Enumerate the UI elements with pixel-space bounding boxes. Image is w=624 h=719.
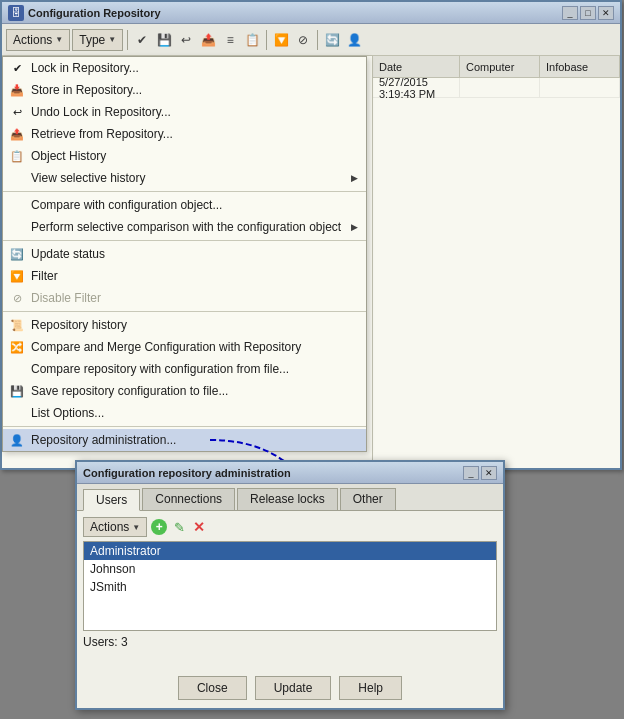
main-window: 🗄 Configuration Repository _ □ ✕ Actions…	[0, 0, 622, 470]
menu-item-store-label: Store in Repository...	[31, 83, 142, 97]
main-title-icon: 🗄	[8, 5, 24, 21]
main-win-controls: _ □ ✕	[562, 6, 614, 20]
user-list[interactable]: Administrator Johnson JSmith	[83, 541, 497, 631]
tab-connections[interactable]: Connections	[142, 488, 235, 510]
actions-dropdown-menu: ✔ Lock in Repository... 📥 Store in Repos…	[2, 56, 367, 452]
dialog-actions-label: Actions	[90, 520, 129, 534]
col-header-infobase: Infobase	[540, 56, 620, 77]
user-item-administrator[interactable]: Administrator	[84, 542, 496, 560]
menu-item-retrieve-label: Retrieve from Repository...	[31, 127, 173, 141]
menu-item-merge[interactable]: 🔀 Compare and Merge Configuration with R…	[3, 336, 366, 358]
menu-item-list-options-label: List Options...	[31, 406, 104, 420]
user-name-johnson: Johnson	[90, 562, 135, 576]
menu-item-list-options[interactable]: List Options...	[3, 402, 366, 424]
menu-item-history[interactable]: 📋 Object History	[3, 145, 366, 167]
menu-item-compare-file[interactable]: Compare repository with configuration fr…	[3, 358, 366, 380]
add-user-button[interactable]: +	[151, 519, 167, 535]
dialog-content: Actions ▼ + ✎ ✕ Administrator Johnson JS…	[77, 511, 503, 655]
menu-item-compare[interactable]: Compare with configuration object...	[3, 194, 366, 216]
type-label: Type	[79, 33, 105, 47]
users-label: Users:	[83, 635, 118, 649]
menu-item-retrieve[interactable]: 📤 Retrieve from Repository...	[3, 123, 366, 145]
tab-other-label: Other	[353, 492, 383, 506]
main-titlebar: 🗄 Configuration Repository _ □ ✕	[2, 2, 620, 24]
tb-update-icon[interactable]: 🔄	[322, 30, 342, 50]
dialog-actions-button[interactable]: Actions ▼	[83, 517, 147, 537]
menu-item-compare-label: Compare with configuration object...	[31, 198, 222, 212]
menu-item-store[interactable]: 📥 Store in Repository...	[3, 79, 366, 101]
user-name-administrator: Administrator	[90, 544, 161, 558]
menu-item-store-icon: 📥	[9, 82, 25, 98]
menu-item-undolock-icon: ↩	[9, 104, 25, 120]
menu-item-selective-icon	[9, 170, 25, 186]
delete-user-button[interactable]: ✕	[191, 519, 207, 535]
menu-item-history-icon: 📋	[9, 148, 25, 164]
update-button[interactable]: Update	[255, 676, 332, 700]
tb-save-icon[interactable]: 💾	[154, 30, 174, 50]
menu-item-selective-arrow: ▶	[351, 173, 358, 183]
dialog-title: Configuration repository administration	[83, 467, 463, 479]
menu-separator-4	[3, 426, 366, 427]
menu-separator-3	[3, 311, 366, 312]
menu-item-lock-label: Lock in Repository...	[31, 61, 139, 75]
tb-check-icon[interactable]: ✔	[132, 30, 152, 50]
menu-item-history-label: Object History	[31, 149, 106, 163]
menu-item-save-label: Save repository configuration to file...	[31, 384, 228, 398]
menu-item-repo-history[interactable]: 📜 Repository history	[3, 314, 366, 336]
type-dropdown-arrow: ▼	[108, 35, 116, 44]
tb-retrieve-icon[interactable]: 📤	[198, 30, 218, 50]
menu-separator-2	[3, 240, 366, 241]
edit-user-button[interactable]: ✎	[171, 519, 187, 535]
toolbar-separator-3	[317, 30, 318, 50]
menu-item-selective[interactable]: View selective history ▶	[3, 167, 366, 189]
menu-item-compare-file-icon	[9, 361, 25, 377]
main-title: Configuration Repository	[28, 7, 562, 19]
menu-item-lock[interactable]: ✔ Lock in Repository...	[3, 57, 366, 79]
menu-item-compare-icon	[9, 197, 25, 213]
tab-users-label: Users	[96, 493, 127, 507]
menu-item-undolock[interactable]: ↩ Undo Lock in Repository...	[3, 101, 366, 123]
close-button[interactable]: ✕	[598, 6, 614, 20]
tb-history-icon[interactable]: 📋	[242, 30, 262, 50]
dialog-minimize-button[interactable]: _	[463, 466, 479, 480]
actions-label: Actions	[13, 33, 52, 47]
menu-item-disable-filter-label: Disable Filter	[31, 291, 101, 305]
actions-dropdown-arrow: ▼	[55, 35, 63, 44]
menu-item-save[interactable]: 💾 Save repository configuration to file.…	[3, 380, 366, 402]
type-dropdown-button[interactable]: Type ▼	[72, 29, 123, 51]
menu-item-selective-compare-icon	[9, 219, 25, 235]
dialog-close-button[interactable]: ✕	[481, 466, 497, 480]
actions-dropdown-button[interactable]: Actions ▼	[6, 29, 70, 51]
menu-item-update[interactable]: 🔄 Update status	[3, 243, 366, 265]
menu-item-lock-icon: ✔	[9, 60, 25, 76]
close-button[interactable]: Close	[178, 676, 247, 700]
tb-list-icon[interactable]: ≡	[220, 30, 240, 50]
menu-item-filter[interactable]: 🔽 Filter	[3, 265, 366, 287]
dialog-actions-arrow: ▼	[132, 523, 140, 532]
dialog-win-controls: _ ✕	[463, 466, 497, 480]
tab-release-locks-label: Release locks	[250, 492, 325, 506]
user-item-johnson[interactable]: Johnson	[84, 560, 496, 578]
tab-connections-label: Connections	[155, 492, 222, 506]
menu-item-update-label: Update status	[31, 247, 105, 261]
tb-admin-icon[interactable]: 👤	[344, 30, 364, 50]
tab-other[interactable]: Other	[340, 488, 396, 510]
menu-item-undolock-label: Undo Lock in Repository...	[31, 105, 171, 119]
tab-users[interactable]: Users	[83, 489, 140, 511]
menu-item-repo-admin-icon: 👤	[9, 432, 25, 448]
menu-item-selective-compare-arrow: ▶	[351, 222, 358, 232]
menu-item-update-icon: 🔄	[9, 246, 25, 262]
user-item-jsmith[interactable]: JSmith	[84, 578, 496, 596]
tb-filter2-icon[interactable]: ⊘	[293, 30, 313, 50]
tab-bar: Users Connections Release locks Other	[77, 484, 503, 511]
minimize-button[interactable]: _	[562, 6, 578, 20]
tab-release-locks[interactable]: Release locks	[237, 488, 338, 510]
help-button[interactable]: Help	[339, 676, 402, 700]
maximize-button[interactable]: □	[580, 6, 596, 20]
table-row[interactable]: 5/27/2015 3:19:43 PM	[373, 78, 620, 98]
toolbar-separator-1	[127, 30, 128, 50]
menu-item-merge-icon: 🔀	[9, 339, 25, 355]
menu-item-selective-compare[interactable]: Perform selective comparison with the co…	[3, 216, 366, 238]
tb-undo-icon[interactable]: ↩	[176, 30, 196, 50]
tb-filter-icon[interactable]: 🔽	[271, 30, 291, 50]
